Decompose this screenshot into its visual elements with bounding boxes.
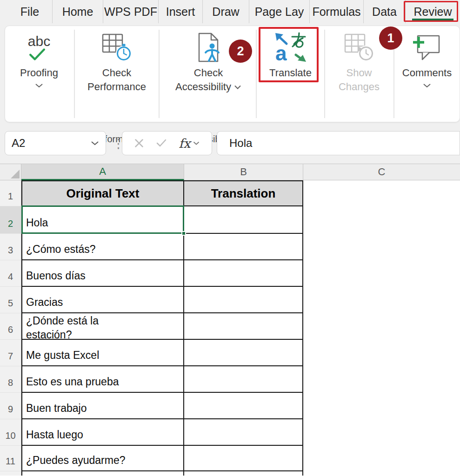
cell-C1[interactable]	[303, 180, 460, 206]
proofing-label: Proofing	[20, 66, 58, 80]
cell-B8[interactable]	[184, 366, 303, 393]
sheet-row-4: 4 Buenos días	[0, 260, 460, 287]
excel-window: File Home WPS PDF Insert Draw Page Lay F…	[0, 0, 460, 476]
row-header-12[interactable]	[0, 471, 21, 476]
comments-label: Comments	[402, 66, 452, 80]
formula-input[interactable]: Hola	[217, 131, 460, 155]
group-divider	[256, 30, 257, 118]
tab-draw[interactable]: Draw	[203, 0, 249, 23]
row-header-4[interactable]: 4	[0, 260, 21, 287]
cell-B10[interactable]	[184, 419, 303, 446]
cell-C10[interactable]	[303, 419, 460, 446]
cell-A10[interactable]: Hasta luego	[21, 419, 184, 446]
cell-A5[interactable]: Gracias	[21, 287, 184, 313]
tab-page-layout[interactable]: Page Lay	[249, 0, 310, 23]
cell-A12[interactable]	[21, 471, 184, 476]
tab-insert[interactable]: Insert	[159, 0, 203, 23]
svg-text:a: a	[275, 42, 287, 64]
column-header-B[interactable]: B	[184, 164, 303, 180]
formula-controls: fx	[122, 131, 212, 155]
cancel-icon[interactable]	[134, 139, 144, 148]
column-header-A[interactable]: A	[21, 164, 184, 180]
row-header-3[interactable]: 3	[0, 234, 21, 260]
cell-B3[interactable]	[184, 234, 303, 260]
cell-A7[interactable]: Me gusta Excel	[21, 340, 184, 366]
cell-A8[interactable]: Esto es una prueba	[21, 366, 184, 393]
chevron-down-icon[interactable]	[91, 141, 99, 145]
cell-C8[interactable]	[303, 366, 460, 393]
comments-button[interactable]: Comments	[397, 29, 457, 88]
cell-A2-selected[interactable]: Hola	[21, 206, 184, 234]
green-check-icon	[28, 48, 47, 60]
tab-file[interactable]: File	[7, 0, 53, 23]
tab-wps-pdf[interactable]: WPS PDF	[103, 0, 159, 23]
name-box[interactable]: A2	[5, 131, 106, 155]
translate-label: Translate	[269, 66, 312, 80]
row-header-5[interactable]: 5	[0, 287, 21, 313]
tab-home[interactable]: Home	[53, 0, 103, 23]
enter-check-icon[interactable]	[156, 139, 167, 147]
cell-B7[interactable]	[184, 340, 303, 366]
tab-data[interactable]: Data	[364, 0, 406, 23]
sheet-row-1: 1 Original Text Translation	[0, 180, 460, 206]
tab-formulas[interactable]: Formulas	[310, 0, 364, 23]
cell-C12[interactable]	[303, 471, 460, 476]
insert-function-button[interactable]: fx	[179, 136, 199, 151]
cell-B6[interactable]	[184, 313, 303, 340]
row-header-10[interactable]: 10	[0, 419, 21, 446]
check-accessibility-label-2: Accessibility	[175, 80, 241, 94]
row-header-2[interactable]: 2	[0, 206, 21, 234]
cell-A3[interactable]: ¿Cómo estás?	[21, 234, 184, 260]
check-performance-button[interactable]: Check Performance	[80, 29, 154, 94]
cell-C9[interactable]	[303, 393, 460, 419]
abc-text: abc	[28, 34, 50, 48]
translate-button[interactable]: a Translate	[261, 29, 320, 80]
column-header-row: A B C	[0, 164, 460, 180]
cell-A6[interactable]: ¿Dónde está la estación?	[21, 313, 184, 340]
chevron-down-icon	[193, 141, 200, 145]
tab-review[interactable]: Review	[406, 0, 460, 23]
cell-A4[interactable]: Buenos días	[21, 260, 184, 287]
column-header-C[interactable]: C	[303, 164, 460, 180]
group-divider	[74, 30, 75, 118]
select-all-triangle-icon	[11, 170, 20, 178]
check-performance-label-2: Performance	[87, 80, 146, 94]
select-all-corner[interactable]	[0, 164, 21, 180]
row-header-9[interactable]: 9	[0, 393, 21, 419]
fill-handle[interactable]	[181, 231, 186, 236]
cell-A11[interactable]: ¿Puedes ayudarme?	[21, 446, 184, 471]
cell-C5[interactable]	[303, 287, 460, 313]
cell-A1[interactable]: Original Text	[21, 180, 184, 206]
cell-A9[interactable]: Buen trabajo	[21, 393, 184, 419]
cell-A2-value: Hola	[26, 217, 48, 229]
check-performance-icon	[100, 29, 133, 66]
cell-B11[interactable]	[184, 446, 303, 471]
proofing-button[interactable]: abc Proofing	[9, 29, 69, 88]
cell-B4[interactable]	[184, 260, 303, 287]
show-changes-label-1: Show	[346, 66, 372, 80]
cell-B9[interactable]	[184, 393, 303, 419]
row-header-8[interactable]: 8	[0, 366, 21, 393]
cell-C6[interactable]	[303, 313, 460, 340]
cell-B1[interactable]: Translation	[184, 180, 303, 206]
check-performance-label-1: Check	[102, 66, 131, 80]
cell-B12[interactable]	[184, 471, 303, 476]
show-changes-label-2: Changes	[339, 80, 380, 94]
sheet-row-7: 7 Me gusta Excel	[0, 340, 460, 366]
row-header-1[interactable]: 1	[0, 180, 21, 206]
worksheet-grid: A B C 1 Original Text Translation 2 Hola…	[0, 164, 460, 476]
cell-C4[interactable]	[303, 260, 460, 287]
row-header-7[interactable]: 7	[0, 340, 21, 366]
sheet-row-8: 8 Esto es una prueba	[0, 366, 460, 393]
cell-C2[interactable]	[303, 206, 460, 234]
row-header-11[interactable]: 11	[0, 446, 21, 471]
cell-C11[interactable]	[303, 446, 460, 471]
sheet-row-5: 5 Gracias	[0, 287, 460, 313]
row-header-6[interactable]: 6	[0, 313, 21, 340]
cell-B2[interactable]	[184, 206, 303, 234]
cell-B5[interactable]	[184, 287, 303, 313]
cell-C3[interactable]	[303, 234, 460, 260]
chevron-down-icon	[234, 85, 241, 89]
sheet-row-11: 11 ¿Puedes ayudarme?	[0, 446, 460, 471]
cell-C7[interactable]	[303, 340, 460, 366]
